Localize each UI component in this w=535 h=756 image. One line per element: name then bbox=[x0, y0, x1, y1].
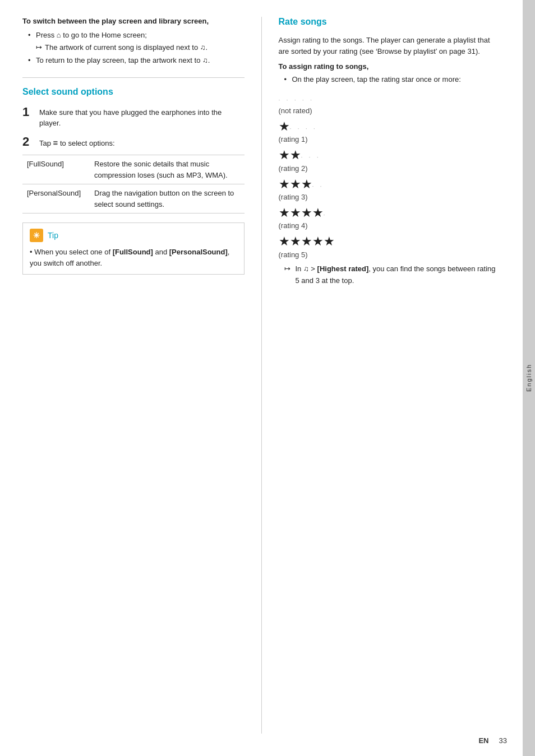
rating-4-stars: ★★★★· bbox=[279, 206, 501, 220]
personalsound-key: [PersonalSound] bbox=[22, 184, 90, 214]
home-icon: ⌂ bbox=[57, 31, 61, 39]
intro-bullet-2-text: To return to the play screen, tap the ar… bbox=[36, 56, 210, 64]
step-2-number: 2 bbox=[22, 134, 34, 149]
side-tab: English bbox=[523, 0, 535, 756]
star-1-full: ★ bbox=[279, 119, 290, 133]
rating-not-rated: · · · · · (not rated) bbox=[279, 91, 501, 115]
not-rated-label: (not rated) bbox=[279, 106, 501, 115]
rate-section: Rate songs Assign rating to the songs. T… bbox=[279, 17, 501, 85]
rating-1-stars: ★· · · · bbox=[279, 119, 501, 134]
assign-bullet-1-text: On the play screen, tap the rating star … bbox=[292, 75, 461, 84]
tip-content: • When you select one of [FullSound] and… bbox=[30, 247, 237, 268]
left-column: To switch between the play screen and li… bbox=[22, 17, 262, 734]
rating-4-dots: · bbox=[324, 211, 328, 218]
rating-3-label: (rating 3) bbox=[279, 193, 501, 201]
step-2-text: Tap ≡ to select options: bbox=[39, 134, 115, 150]
intro-section: To switch between the play screen and li… bbox=[22, 17, 245, 66]
page: English To switch between the play scree… bbox=[0, 0, 535, 756]
music-note-2: ♫ bbox=[202, 56, 208, 64]
tip-star-icon: ✳ bbox=[30, 229, 43, 242]
intro-bullet-list: Press ⌂ to go to the Home screen; The ar… bbox=[22, 30, 245, 66]
intro-bullet-1: Press ⌂ to go to the Home screen; The ar… bbox=[28, 30, 245, 53]
intro-sub-arrow-1: The artwork of current song is displayed… bbox=[36, 42, 245, 53]
highest-rated-bold: [Highest rated] bbox=[317, 265, 369, 273]
star-3-full: ★★★ bbox=[279, 177, 312, 191]
step-1-row: 1 Make sure that you have plugged the ea… bbox=[22, 105, 245, 129]
rating-3-dots: · · bbox=[312, 183, 324, 189]
rating-1-label: (rating 1) bbox=[279, 135, 501, 143]
rating-1-dots: · · · · bbox=[290, 125, 317, 132]
side-tab-label: English bbox=[525, 364, 532, 392]
right-column: Rate songs Assign rating to the songs. T… bbox=[262, 17, 501, 734]
step-2-row: 2 Tap ≡ to select options: bbox=[22, 134, 245, 150]
section-divider-1 bbox=[22, 77, 245, 78]
intro-bullet-1-text: Press ⌂ to go to the Home screen; bbox=[36, 31, 147, 39]
rating-3-stars: ★★★· · bbox=[279, 177, 501, 192]
footer-page-number: 33 bbox=[499, 736, 507, 745]
not-rated-stars: · · · · · bbox=[279, 91, 501, 105]
rating-5-stars: ★★★★★ bbox=[279, 234, 501, 249]
star-2-full: ★★ bbox=[279, 148, 301, 162]
options-row-personalsound: [PersonalSound] Drag the navigation butt… bbox=[22, 184, 245, 214]
menu-icon: ≡ bbox=[53, 138, 58, 147]
rating-4-label: (rating 4) bbox=[279, 221, 501, 230]
tip-box: ✳ Tip • When you select one of [FullSoun… bbox=[22, 222, 245, 275]
footer: EN 33 bbox=[478, 736, 507, 745]
tip-personalsound-bold: [PersonalSound] bbox=[169, 248, 228, 256]
music-note-1: ♫ bbox=[200, 43, 206, 52]
tip-header: ✳ Tip bbox=[30, 229, 237, 242]
rating-2-label: (rating 2) bbox=[279, 164, 501, 173]
fullsound-key: [FullSound] bbox=[22, 155, 90, 184]
rate-intro-text: Assign rating to the songs. The player c… bbox=[279, 35, 501, 57]
rating-2-dots: · · · bbox=[301, 154, 321, 160]
rating-1: ★· · · · (rating 1) bbox=[279, 119, 501, 143]
options-table: [FullSound] Restore the sonic details th… bbox=[22, 155, 245, 214]
tip-label: Tip bbox=[48, 231, 58, 240]
rating-5-label: (rating 5) bbox=[279, 251, 501, 259]
star-5-full: ★★★★★ bbox=[279, 234, 335, 248]
tip-fullsound-bold: [FullSound] bbox=[113, 248, 153, 256]
rating-3: ★★★· · (rating 3) bbox=[279, 177, 501, 201]
fullsound-value: Restore the sonic details that music com… bbox=[90, 155, 245, 184]
step-1-number: 1 bbox=[22, 105, 34, 119]
rating-5: ★★★★★ (rating 5) bbox=[279, 234, 501, 258]
assign-heading: To assign rating to songs, bbox=[279, 62, 501, 71]
rating-4: ★★★★· (rating 4) bbox=[279, 206, 501, 230]
footer-language: EN bbox=[478, 736, 488, 745]
select-sound-heading: Select sound options bbox=[22, 87, 245, 97]
assign-bullet-list: On the play screen, tap the rating star … bbox=[279, 74, 501, 85]
intro-bullet-2: To return to the play screen, tap the ar… bbox=[28, 55, 245, 66]
intro-heading: To switch between the play screen and li… bbox=[22, 17, 245, 25]
not-rated-dots: · · · · · bbox=[279, 96, 315, 103]
bottom-note-text: In ♫ > [Highest rated], you can find the… bbox=[296, 265, 496, 285]
music-icon-right: ♫ bbox=[303, 265, 309, 273]
assign-bullet-1: On the play screen, tap the rating star … bbox=[284, 74, 501, 85]
content-area: To switch between the play screen and li… bbox=[0, 0, 523, 756]
rating-2-stars: ★★· · · bbox=[279, 148, 501, 163]
rating-2: ★★· · · (rating 2) bbox=[279, 148, 501, 172]
step-1-text: Make sure that you have plugged the earp… bbox=[39, 105, 245, 129]
rate-songs-heading: Rate songs bbox=[279, 17, 501, 27]
bottom-note: In ♫ > [Highest rated], you can find the… bbox=[279, 263, 501, 287]
star-4-full: ★★★★ bbox=[279, 206, 324, 220]
options-row-fullsound: [FullSound] Restore the sonic details th… bbox=[22, 155, 245, 184]
personalsound-value: Drag the navigation button on the screen… bbox=[90, 184, 245, 214]
